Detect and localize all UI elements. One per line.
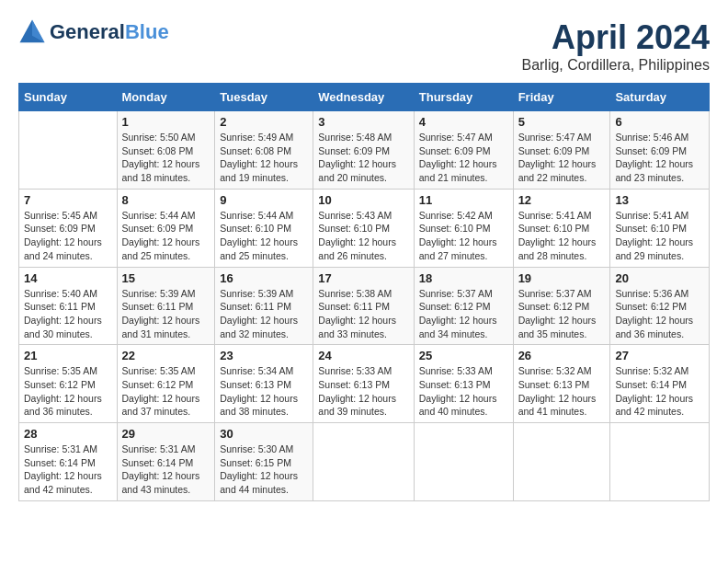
day-number: 6	[615, 115, 704, 129]
calendar-cell: 4Sunrise: 5:47 AM Sunset: 6:09 PM Daylig…	[414, 111, 513, 190]
calendar-cell: 11Sunrise: 5:42 AM Sunset: 6:10 PM Dayli…	[414, 189, 513, 267]
day-number: 12	[518, 193, 606, 207]
day-info: Sunrise: 5:37 AM Sunset: 6:12 PM Dayligh…	[518, 287, 606, 341]
day-info: Sunrise: 5:37 AM Sunset: 6:12 PM Dayligh…	[419, 287, 508, 341]
day-info: Sunrise: 5:36 AM Sunset: 6:12 PM Dayligh…	[615, 287, 704, 341]
header-tuesday: Tuesday	[215, 84, 313, 111]
day-info: Sunrise: 5:35 AM Sunset: 6:12 PM Dayligh…	[122, 364, 210, 419]
header-saturday: Saturday	[610, 84, 710, 111]
month-title: April 2024	[521, 18, 710, 57]
day-number: 11	[419, 193, 508, 207]
calendar-cell: 28Sunrise: 5:31 AM Sunset: 6:14 PM Dayli…	[19, 423, 118, 501]
calendar-week-2: 7Sunrise: 5:45 AM Sunset: 6:09 PM Daylig…	[19, 189, 710, 267]
calendar-cell	[19, 111, 118, 190]
calendar-cell: 24Sunrise: 5:33 AM Sunset: 6:13 PM Dayli…	[313, 345, 414, 423]
day-info: Sunrise: 5:50 AM Sunset: 6:08 PM Dayligh…	[122, 131, 210, 185]
calendar-cell	[313, 423, 414, 501]
calendar-cell: 27Sunrise: 5:32 AM Sunset: 6:14 PM Dayli…	[610, 345, 710, 423]
day-info: Sunrise: 5:34 AM Sunset: 6:13 PM Dayligh…	[220, 364, 308, 419]
calendar-cell: 23Sunrise: 5:34 AM Sunset: 6:13 PM Dayli…	[215, 345, 313, 423]
day-info: Sunrise: 5:41 AM Sunset: 6:10 PM Dayligh…	[518, 209, 606, 263]
day-info: Sunrise: 5:45 AM Sunset: 6:09 PM Dayligh…	[24, 209, 112, 263]
day-info: Sunrise: 5:33 AM Sunset: 6:13 PM Dayligh…	[318, 364, 408, 419]
calendar-cell: 9Sunrise: 5:44 AM Sunset: 6:10 PM Daylig…	[215, 189, 313, 267]
calendar-cell	[610, 423, 710, 501]
day-number: 13	[615, 193, 704, 207]
calendar-cell: 16Sunrise: 5:39 AM Sunset: 6:11 PM Dayli…	[215, 267, 313, 345]
calendar-cell: 17Sunrise: 5:38 AM Sunset: 6:11 PM Dayli…	[313, 267, 414, 345]
day-info: Sunrise: 5:31 AM Sunset: 6:14 PM Dayligh…	[24, 442, 112, 497]
day-number: 14	[24, 271, 112, 285]
day-info: Sunrise: 5:32 AM Sunset: 6:14 PM Dayligh…	[615, 364, 704, 419]
day-number: 19	[518, 271, 606, 285]
day-number: 4	[419, 115, 508, 129]
calendar-cell: 30Sunrise: 5:30 AM Sunset: 6:15 PM Dayli…	[215, 423, 313, 501]
calendar-cell: 3Sunrise: 5:48 AM Sunset: 6:09 PM Daylig…	[313, 111, 414, 190]
day-info: Sunrise: 5:35 AM Sunset: 6:12 PM Dayligh…	[24, 364, 112, 419]
day-info: Sunrise: 5:43 AM Sunset: 6:10 PM Dayligh…	[318, 209, 408, 263]
calendar-week-5: 28Sunrise: 5:31 AM Sunset: 6:14 PM Dayli…	[19, 423, 710, 501]
calendar-cell: 22Sunrise: 5:35 AM Sunset: 6:12 PM Dayli…	[117, 345, 215, 423]
day-info: Sunrise: 5:31 AM Sunset: 6:14 PM Dayligh…	[122, 442, 210, 497]
calendar-cell: 29Sunrise: 5:31 AM Sunset: 6:14 PM Dayli…	[117, 423, 215, 501]
calendar-cell: 2Sunrise: 5:49 AM Sunset: 6:08 PM Daylig…	[215, 111, 313, 190]
calendar-cell	[414, 423, 513, 501]
calendar-week-3: 14Sunrise: 5:40 AM Sunset: 6:11 PM Dayli…	[19, 267, 710, 345]
header-friday: Friday	[513, 84, 610, 111]
day-number: 18	[419, 271, 508, 285]
calendar-header-row: SundayMondayTuesdayWednesdayThursdayFrid…	[19, 84, 710, 111]
calendar-cell: 18Sunrise: 5:37 AM Sunset: 6:12 PM Dayli…	[414, 267, 513, 345]
calendar-cell: 5Sunrise: 5:47 AM Sunset: 6:09 PM Daylig…	[513, 111, 610, 190]
day-info: Sunrise: 5:32 AM Sunset: 6:13 PM Dayligh…	[518, 364, 606, 419]
calendar-table: SundayMondayTuesdayWednesdayThursdayFrid…	[18, 83, 710, 501]
logo: GeneralBlue	[18, 18, 169, 46]
logo-icon	[18, 18, 46, 46]
day-info: Sunrise: 5:30 AM Sunset: 6:15 PM Dayligh…	[220, 442, 308, 497]
day-info: Sunrise: 5:47 AM Sunset: 6:09 PM Dayligh…	[518, 131, 606, 185]
location-subtitle: Barlig, Cordillera, Philippines	[521, 57, 710, 74]
day-info: Sunrise: 5:47 AM Sunset: 6:09 PM Dayligh…	[419, 131, 508, 185]
calendar-cell: 25Sunrise: 5:33 AM Sunset: 6:13 PM Dayli…	[414, 345, 513, 423]
calendar-cell: 15Sunrise: 5:39 AM Sunset: 6:11 PM Dayli…	[117, 267, 215, 345]
calendar-cell: 8Sunrise: 5:44 AM Sunset: 6:09 PM Daylig…	[117, 189, 215, 267]
day-info: Sunrise: 5:39 AM Sunset: 6:11 PM Dayligh…	[220, 287, 308, 341]
day-number: 3	[318, 115, 408, 129]
day-number: 23	[220, 349, 308, 362]
day-info: Sunrise: 5:39 AM Sunset: 6:11 PM Dayligh…	[122, 287, 210, 341]
day-number: 25	[419, 349, 508, 362]
day-info: Sunrise: 5:44 AM Sunset: 6:09 PM Dayligh…	[122, 209, 210, 263]
day-number: 2	[220, 115, 308, 129]
calendar-cell: 7Sunrise: 5:45 AM Sunset: 6:09 PM Daylig…	[19, 189, 118, 267]
day-number: 17	[318, 271, 408, 285]
calendar-cell: 26Sunrise: 5:32 AM Sunset: 6:13 PM Dayli…	[513, 345, 610, 423]
day-number: 27	[615, 349, 704, 362]
header-thursday: Thursday	[414, 84, 513, 111]
day-number: 8	[122, 193, 210, 207]
header-wednesday: Wednesday	[313, 84, 414, 111]
day-info: Sunrise: 5:49 AM Sunset: 6:08 PM Dayligh…	[220, 131, 308, 185]
header-sunday: Sunday	[19, 84, 118, 111]
day-number: 9	[220, 193, 308, 207]
day-number: 24	[318, 349, 408, 362]
day-number: 21	[24, 349, 112, 362]
calendar-cell: 14Sunrise: 5:40 AM Sunset: 6:11 PM Dayli…	[19, 267, 118, 345]
day-number: 10	[318, 193, 408, 207]
calendar-cell: 1Sunrise: 5:50 AM Sunset: 6:08 PM Daylig…	[117, 111, 215, 190]
day-info: Sunrise: 5:42 AM Sunset: 6:10 PM Dayligh…	[419, 209, 508, 263]
calendar-cell: 12Sunrise: 5:41 AM Sunset: 6:10 PM Dayli…	[513, 189, 610, 267]
day-number: 30	[220, 427, 308, 441]
day-number: 28	[24, 427, 112, 441]
day-number: 7	[24, 193, 112, 207]
calendar-week-4: 21Sunrise: 5:35 AM Sunset: 6:12 PM Dayli…	[19, 345, 710, 423]
logo-text: GeneralBlue	[50, 21, 169, 43]
header-monday: Monday	[117, 84, 215, 111]
day-info: Sunrise: 5:41 AM Sunset: 6:10 PM Dayligh…	[615, 209, 704, 263]
day-number: 26	[518, 349, 606, 362]
day-info: Sunrise: 5:48 AM Sunset: 6:09 PM Dayligh…	[318, 131, 408, 185]
title-block: April 2024 Barlig, Cordillera, Philippin…	[521, 18, 710, 74]
day-number: 22	[122, 349, 210, 362]
day-number: 20	[615, 271, 704, 285]
calendar-week-1: 1Sunrise: 5:50 AM Sunset: 6:08 PM Daylig…	[19, 111, 710, 190]
day-number: 15	[122, 271, 210, 285]
calendar-cell: 19Sunrise: 5:37 AM Sunset: 6:12 PM Dayli…	[513, 267, 610, 345]
